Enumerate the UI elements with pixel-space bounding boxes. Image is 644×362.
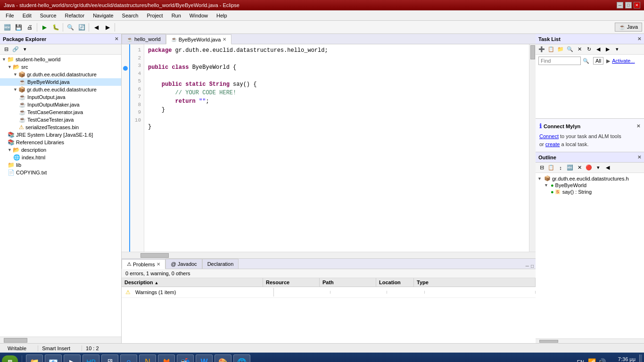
tab-declaration[interactable]: Declaration [202,259,239,269]
menu-file[interactable]: File [2,12,18,19]
tree-item-referenced-libs[interactable]: 📚 Referenced Libraries [0,139,121,146]
link-editor-button[interactable]: 🔗 [11,45,20,54]
save-button[interactable]: 💾 [13,22,24,33]
menu-window[interactable]: Window [186,12,212,19]
taskbar-firefox[interactable]: 🦊 [158,354,175,362]
tree-item-project[interactable]: ▼ 📁 student-hello_world [0,56,121,63]
task-list-btn5[interactable]: ✕ [575,45,584,54]
new-task-button[interactable]: ➕ [537,45,546,54]
col-location-header[interactable]: Location [376,278,414,287]
maximize-bottom-button[interactable]: □ [531,263,534,269]
java-perspective-label[interactable]: ☕ Java [615,23,642,32]
outline-item-method[interactable]: ● S say() : String [537,189,642,195]
tab-problems[interactable]: ⚠ Problems ✕ [122,259,165,269]
menu-refactor[interactable]: Refactor [61,12,89,19]
menu-search[interactable]: Search [118,12,142,19]
taskbar-norton[interactable]: N [139,354,156,362]
tree-item-jre[interactable]: 📚 JRE System Library [JavaSE-1.6] [0,131,121,139]
outline-item-package[interactable]: ▼ 📦 gr.duth.ee.euclid.datastructures.h [537,175,642,182]
minimize-bottom-button[interactable]: ─ [526,263,529,269]
explorer-scrollbar-h[interactable] [0,337,121,343]
tree-item-inputoutput[interactable]: ☕ InputOutput.java [0,93,121,101]
taskbar-ie[interactable]: e [120,354,137,362]
tree-item-lib[interactable]: 📁 lib [0,161,121,169]
outline-btn1[interactable]: ⊟ [537,164,546,172]
outline-item-class[interactable]: ▼ ● ByeByeWorld [537,182,642,189]
task-list-btn8[interactable]: ▶ [603,45,612,54]
maximize-button[interactable]: □ [625,2,632,8]
taskbar-mediaplayer[interactable]: ▶ [64,354,81,362]
taskbar-outlook[interactable]: 📬 [177,354,194,362]
problem-row-warnings[interactable]: ⚠ Warnings (1 item) [122,287,536,298]
start-button[interactable]: ⊞ [2,355,18,362]
tab-javadoc[interactable]: @ Javadoc [165,259,202,269]
tab-hello-world[interactable]: ☕ hello_world [122,34,166,44]
create-link[interactable]: create [545,141,560,147]
code-content[interactable]: package gr.duth.ee.euclid.datastructures… [144,44,529,252]
forward-button[interactable]: ▶ [102,22,113,33]
menu-edit[interactable]: Edit [19,12,35,19]
outline-btn6[interactable]: 🔴 [585,164,593,172]
mylyn-close[interactable]: ✕ [636,123,640,129]
taskbar-hp[interactable]: HP [83,354,99,362]
refresh-button[interactable]: 🔄 [76,22,87,33]
package-explorer-close[interactable]: ✕ [115,36,118,41]
tree-item-package-2[interactable]: ▼ 📦 gr.duth.ee.euclid.datastructure [0,86,121,93]
all-button[interactable]: All [593,57,603,65]
run-button[interactable]: ▶ [39,22,50,33]
outline-btn5[interactable]: ✕ [575,164,584,172]
tree-item-inputoutputmaker[interactable]: ☕ InputOutputMaker.java [0,101,121,108]
col-resource-header[interactable]: Resource [263,278,320,287]
editor-scrollbar-h[interactable] [122,252,536,258]
back-button[interactable]: ◀ [91,22,101,33]
tree-item-copying[interactable]: 📄 COPYING.txt [0,169,121,176]
taskbar-remote[interactable]: 🖥 [101,354,118,362]
taskbar-network[interactable]: 🌐 [233,354,250,362]
editor-scrollbar-v[interactable] [529,44,536,252]
task-search-btn[interactable]: 🔍 [583,58,589,64]
tree-item-testcasetester[interactable]: ☕ TestCaseTester.java [0,116,121,123]
tree-item-testcasegenerator[interactable]: ☕ TestCaseGenerator.java [0,108,121,116]
outline-btn3[interactable]: ↕ [556,164,565,172]
connect-link[interactable]: Connect [539,133,559,139]
col-type-header[interactable]: Type [414,278,536,287]
outline-scrollbar[interactable] [536,338,644,343]
activate-link[interactable]: Activate... [612,58,635,64]
task-list-btn4[interactable]: 🔍 [566,45,574,54]
task-list-btn3[interactable]: 📁 [556,45,565,54]
outline-btn2[interactable]: 📋 [547,164,555,172]
taskbar-clock[interactable]: 7:36 μμ 17/12/2013 [610,356,636,362]
minimize-button[interactable]: ─ [617,2,623,8]
tree-item-package-1[interactable]: ▼ 📦 gr.duth.ee.euclid.datastructure [0,71,121,78]
menu-run[interactable]: Run [168,12,185,19]
menu-source[interactable]: Source [36,12,60,19]
tree-item-src[interactable]: ▼ 📂 src [0,63,121,71]
tab-byebyeworld[interactable]: ☕ ByeByeWorld.java ✕ [166,34,232,44]
outline-btn7[interactable]: ▾ [594,164,603,172]
view-menu-button[interactable]: ▾ [21,45,29,54]
taskbar-email[interactable]: 📧 [45,354,62,362]
debug-button[interactable]: 🐛 [50,22,61,33]
col-description-header[interactable]: Description ▲ [122,278,263,287]
outline-btn8[interactable]: ◀ [603,164,612,172]
task-list-btn9[interactable]: ▾ [613,45,621,54]
tree-item-byebyeworld[interactable]: ☕ ByeByeWorld.java [0,78,121,86]
show-desktop-button[interactable] [639,354,642,362]
tree-item-serialized[interactable]: ⚠ serializedTestcases.bin [0,123,121,131]
menu-project[interactable]: Project [143,12,166,19]
taskbar-word[interactable]: W [196,354,213,362]
collapse-all-button[interactable]: ⊟ [2,45,10,54]
task-list-btn7[interactable]: ◀ [594,45,603,54]
search-button[interactable]: 🔍 [65,22,75,33]
taskbar-explorer[interactable]: 📁 [26,354,43,362]
taskbar-paint[interactable]: 🎨 [215,354,231,362]
task-list-btn2[interactable]: 📋 [547,45,555,54]
tree-item-index-html[interactable]: 🌐 index.html [0,154,121,161]
byebyeworld-tab-close[interactable]: ✕ [223,37,226,42]
task-search-input[interactable] [538,57,581,65]
task-list-btn6[interactable]: ↻ [585,45,593,54]
new-button[interactable]: 🆕 [2,22,12,33]
outline-btn4[interactable]: 🔤 [566,164,574,172]
outline-close[interactable]: ✕ [637,155,641,160]
menu-help[interactable]: Help [213,12,231,19]
